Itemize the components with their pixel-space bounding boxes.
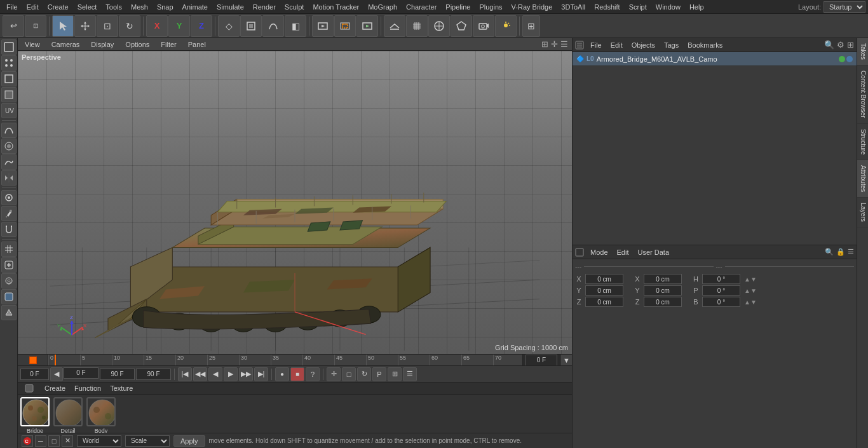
viewport-icon-2[interactable]: ✛ <box>551 39 558 49</box>
scale-tool-button[interactable]: ⊡ <box>97 15 118 37</box>
render-view-button[interactable] <box>312 15 334 37</box>
attr-lock-icon[interactable]: 🔒 <box>836 248 845 256</box>
timeline-end-btn[interactable]: ▼ <box>560 355 572 366</box>
timeline-ruler[interactable]: 0 5 10 15 20 25 30 35 40 45 50 55 60 65 … <box>18 354 572 365</box>
side-tab-attributes[interactable]: Attributes <box>857 160 868 198</box>
menu-file[interactable]: File <box>3 2 22 12</box>
current-frame-input[interactable] <box>526 355 557 366</box>
coord-x1-input[interactable] <box>585 274 623 284</box>
obj-bookmarks-btn[interactable]: Bookmarks <box>685 41 725 50</box>
menu-pipeline[interactable]: Pipeline <box>442 2 474 12</box>
obj-search-icon[interactable]: 🔍 <box>824 40 834 50</box>
render-button[interactable] <box>356 15 378 37</box>
play-btn[interactable]: ▶ <box>224 367 238 381</box>
coord-x2-input[interactable] <box>644 274 682 284</box>
rotate-tool-button[interactable]: ↻ <box>119 15 140 37</box>
mat-bridge-preview[interactable] <box>20 397 50 426</box>
vt-panel[interactable]: Panel <box>185 40 209 49</box>
light-button[interactable] <box>495 15 517 37</box>
help-btn[interactable]: ? <box>306 367 320 381</box>
timeline-track[interactable]: 0 5 10 15 20 25 30 35 40 45 50 55 60 65 … <box>48 355 522 366</box>
obj-expand-icon[interactable]: ⊞ <box>847 40 854 50</box>
coord-z-spinner[interactable]: ▲▼ <box>743 299 758 306</box>
background-button[interactable] <box>451 15 472 37</box>
lt-poly-btn[interactable] <box>1 87 17 102</box>
obj-tags-btn[interactable]: Tags <box>661 41 681 50</box>
coord-y1-input[interactable] <box>585 285 623 295</box>
redo-button[interactable]: ⊡ <box>25 15 46 37</box>
obj-file-btn[interactable]: File <box>588 41 604 50</box>
dope-btn[interactable]: ⊞ <box>388 367 402 381</box>
coord-z1-input[interactable] <box>585 297 623 307</box>
attr-menu-icon[interactable]: ☰ <box>848 248 854 256</box>
select-tool-button[interactable] <box>52 15 74 37</box>
mat-detail[interactable]: Detail <box>53 397 83 434</box>
attr-userdata-btn[interactable]: User Data <box>635 248 672 257</box>
menu-sculpt[interactable]: Sculpt <box>281 2 308 12</box>
close-btn[interactable]: ✕ <box>62 435 73 447</box>
viewport-icon-3[interactable]: ☰ <box>560 39 568 49</box>
key-mode-btn[interactable]: ✛ <box>327 367 341 381</box>
menu-help[interactable]: Help <box>686 2 708 12</box>
vt-options[interactable]: Options <box>122 40 153 49</box>
coord-h-input[interactable] <box>702 274 740 284</box>
object-entry-bridge[interactable]: 🔷 L0 Armored_Bridge_M60A1_AVLB_Camo <box>573 52 857 66</box>
lt-soft-btn[interactable] <box>1 139 17 154</box>
coord-y2-input[interactable] <box>644 285 682 295</box>
menu-redshift[interactable]: Redshift <box>590 2 623 12</box>
go-end-btn[interactable]: ▶| <box>254 367 268 381</box>
coord-p-input[interactable] <box>702 285 740 295</box>
start-frame-input[interactable] <box>20 369 49 380</box>
lt-grid-btn[interactable] <box>1 241 17 257</box>
world-dropdown[interactable]: World Object Camera <box>77 435 121 447</box>
attr-mode-btn[interactable]: Mode <box>588 248 611 257</box>
deformer-button[interactable]: ◧ <box>285 15 306 37</box>
record-btn[interactable]: ● <box>275 367 289 381</box>
sky-button[interactable] <box>428 15 450 37</box>
lt-tool2-btn[interactable]: S <box>1 273 17 288</box>
camera-button[interactable] <box>473 15 494 37</box>
mat-body[interactable]: Body <box>86 397 116 434</box>
mat-bridge[interactable]: Bridge <box>20 397 50 434</box>
coord-y-spinner[interactable]: ▲▼ <box>743 287 758 294</box>
axis-y-button[interactable]: Y <box>168 15 190 37</box>
polygon-button[interactable] <box>240 15 262 37</box>
lt-mirror-btn[interactable] <box>1 170 17 186</box>
vt-cameras[interactable]: Cameras <box>48 40 83 49</box>
scale-dropdown[interactable]: Scale <box>125 435 170 447</box>
motion-path-btn[interactable]: P <box>372 367 386 381</box>
menu-script[interactable]: Script <box>625 2 651 12</box>
attr-edit-btn[interactable]: Edit <box>614 248 632 257</box>
menu-plugins[interactable]: Plugins <box>475 2 506 12</box>
menu-character[interactable]: Character <box>402 2 440 12</box>
lt-tool4-btn[interactable] <box>1 305 17 320</box>
grid-button[interactable] <box>406 15 428 37</box>
lt-paint-btn[interactable] <box>1 206 17 221</box>
next-frame-btn[interactable]: ▶▶ <box>239 367 253 381</box>
menu-mograph[interactable]: MoGraph <box>364 2 401 12</box>
null-button[interactable]: ◇ <box>218 15 240 37</box>
obj-edit-btn[interactable]: Edit <box>608 41 625 50</box>
vt-filter[interactable]: Filter <box>158 40 179 49</box>
prev-frame-input[interactable] <box>64 367 98 379</box>
side-tab-takes[interactable]: Takes <box>857 38 868 65</box>
coord-x-spinner[interactable]: ▲▼ <box>743 276 758 283</box>
lt-tweak-btn[interactable] <box>1 190 17 205</box>
menu-edit[interactable]: Edit <box>23 2 43 12</box>
end-frame-input[interactable] <box>100 369 135 380</box>
lt-uvw-btn[interactable]: UV <box>1 103 17 118</box>
coord-b-input[interactable] <box>702 297 740 307</box>
layout-dropdown[interactable]: Startup <box>824 1 865 13</box>
lt-magnet-btn[interactable] <box>1 222 17 237</box>
obj-refresh-icon[interactable]: ⚙ <box>837 40 844 50</box>
render-region-button[interactable] <box>334 15 356 37</box>
mat-function-btn[interactable]: Function <box>72 384 104 393</box>
lt-spline-btn[interactable] <box>1 123 17 138</box>
lt-tool1-btn[interactable] <box>1 257 17 273</box>
minimize-btn[interactable]: ─ <box>35 435 46 447</box>
lt-points-btn[interactable] <box>1 55 17 71</box>
menu-render[interactable]: Render <box>249 2 280 12</box>
lt-edges-btn[interactable] <box>1 71 17 86</box>
preview-end-input[interactable] <box>136 369 171 380</box>
vt-view[interactable]: View <box>22 40 43 49</box>
